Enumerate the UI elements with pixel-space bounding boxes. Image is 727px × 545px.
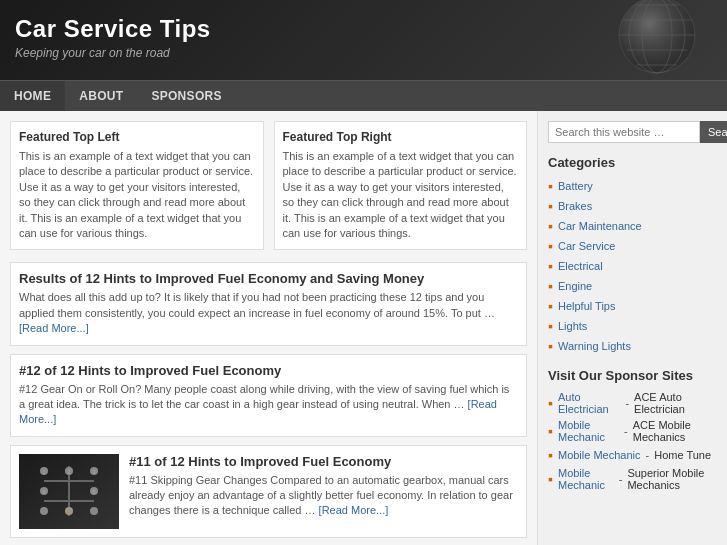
sponsor-3-desc: Superior Mobile Mechanics — [627, 467, 717, 491]
featured-right-title: Featured Top Right — [283, 130, 519, 144]
search-button[interactable]: Search — [700, 121, 727, 143]
category-warning-lights: Warning Lights — [548, 336, 717, 356]
article-3-body: #11 of 12 Hints to Improved Fuel Economy… — [129, 454, 518, 529]
article-2: #12 of 12 Hints to Improved Fuel Economy… — [10, 354, 527, 437]
category-car-maintenance-link[interactable]: Car Maintenance — [558, 220, 642, 232]
categories-list: Battery Brakes Car Maintenance Car Servi… — [548, 176, 717, 356]
category-car-maintenance: Car Maintenance — [548, 216, 717, 236]
article-1-text: What does all this add up to? It is like… — [19, 290, 518, 336]
category-helpful-tips: Helpful Tips — [548, 296, 717, 316]
category-brakes: Brakes — [548, 196, 717, 216]
category-brakes-link[interactable]: Brakes — [558, 200, 592, 212]
search-input[interactable] — [548, 121, 700, 143]
nav-sponsors[interactable]: SPONSORS — [137, 81, 235, 111]
sponsor-3: Mobile Mechanic - Superior Mobile Mechan… — [548, 465, 717, 493]
category-battery-link[interactable]: Battery — [558, 180, 593, 192]
featured-right-text: This is an example of a text widget that… — [283, 149, 519, 241]
category-battery: Battery — [548, 176, 717, 196]
main-nav: HOME ABOUT SPONSORS — [0, 80, 727, 111]
featured-left-text: This is an example of a text widget that… — [19, 149, 255, 241]
featured-left-title: Featured Top Left — [19, 130, 255, 144]
gear-image: 1 2 3 4 5 R — [19, 454, 119, 529]
globe-icon — [587, 0, 707, 80]
sponsor-3-link[interactable]: Mobile Mechanic — [558, 467, 614, 491]
svg-point-0 — [619, 0, 695, 73]
category-helpful-tips-link[interactable]: Helpful Tips — [558, 300, 615, 312]
sponsor-3-dash: - — [619, 473, 623, 485]
sponsor-1-desc: ACE Mobile Mechanics — [633, 419, 717, 443]
sponsor-0-dash: - — [625, 397, 629, 409]
sponsor-1-dash: - — [624, 425, 628, 437]
content-wrapper: Featured Top Left This is an example of … — [0, 111, 727, 545]
featured-left: Featured Top Left This is an example of … — [10, 121, 264, 250]
sponsor-1-link[interactable]: Mobile Mechanic — [558, 419, 619, 443]
category-engine-link[interactable]: Engine — [558, 280, 592, 292]
svg-point-18 — [90, 507, 98, 515]
sponsor-0-link[interactable]: Auto Electrician — [558, 391, 620, 415]
article-2-title: #12 of 12 Hints to Improved Fuel Economy — [19, 363, 518, 378]
sponsor-0-desc: ACE Auto Electrician — [634, 391, 717, 415]
sponsor-2-link[interactable]: Mobile Mechanic — [558, 449, 641, 461]
sidebar-search: Search — [548, 121, 717, 143]
sidebar: Search Categories Battery Brakes Car Mai… — [537, 111, 727, 545]
featured-row: Featured Top Left This is an example of … — [10, 121, 527, 250]
article-2-text: #12 Gear On or Roll On? Many people coas… — [19, 382, 518, 428]
sponsor-1: Mobile Mechanic - ACE Mobile Mechanics — [548, 417, 717, 445]
article-3-read-more[interactable]: [Read More...] — [319, 504, 389, 516]
sponsor-2-dash: - — [646, 449, 650, 461]
category-electrical-link[interactable]: Electrical — [558, 260, 603, 272]
article-1-title: Results of 12 Hints to Improved Fuel Eco… — [19, 271, 518, 286]
site-header: Car Service Tips Keeping your car on the… — [0, 0, 727, 80]
article-3-text: #11 Skipping Gear Changes Compared to an… — [129, 473, 518, 519]
svg-point-16 — [40, 507, 48, 515]
sponsor-0: Auto Electrician - ACE Auto Electrician — [548, 389, 717, 417]
category-lights: Lights — [548, 316, 717, 336]
sponsor-2-desc: Home Tune — [654, 449, 711, 461]
category-lights-link[interactable]: Lights — [558, 320, 587, 332]
nav-home[interactable]: HOME — [0, 81, 65, 111]
category-electrical: Electrical — [548, 256, 717, 276]
category-warning-lights-link[interactable]: Warning Lights — [558, 340, 631, 352]
nav-about[interactable]: ABOUT — [65, 81, 137, 111]
category-car-service-link[interactable]: Car Service — [558, 240, 615, 252]
categories-title: Categories — [548, 155, 717, 170]
article-3-title: #11 of 12 Hints to Improved Fuel Economy — [129, 454, 518, 469]
category-engine: Engine — [548, 276, 717, 296]
sponsor-2: Mobile Mechanic - Home Tune — [548, 445, 717, 465]
sponsors-title: Visit Our Sponsor Sites — [548, 368, 717, 383]
article-3-thumb: 1 2 3 4 5 R — [19, 454, 119, 529]
svg-text:R: R — [67, 509, 72, 515]
article-3: 1 2 3 4 5 R #11 of 12 Hints to Improved … — [10, 445, 527, 538]
main-content: Featured Top Left This is an example of … — [0, 111, 537, 545]
article-1: Results of 12 Hints to Improved Fuel Eco… — [10, 262, 527, 345]
category-car-service: Car Service — [548, 236, 717, 256]
featured-right: Featured Top Right This is an example of… — [274, 121, 528, 250]
article-1-read-more[interactable]: [Read More...] — [19, 322, 89, 334]
sponsors-list: Auto Electrician - ACE Auto Electrician … — [548, 389, 717, 493]
